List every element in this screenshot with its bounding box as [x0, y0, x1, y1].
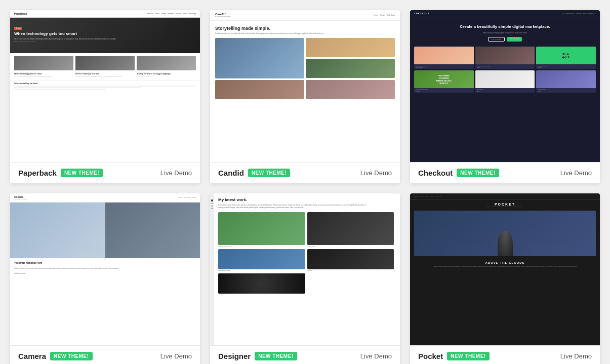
ck-nav: CHECKOUT ≡ 0 TEMPLATES ▼ PRICING BLOG CO…: [410, 10, 600, 17]
candid-footer: Candid NEW THEME! Live Demo: [210, 162, 400, 183]
cam-logo-sub: A theme for photography: [14, 198, 28, 200]
ck-product-img-5: [475, 70, 535, 88]
ck-product-img-6: [536, 70, 596, 88]
pb-hero-sub: We've been warned by Stephen Hawking and…: [14, 38, 196, 40]
camera-name: Camera: [18, 352, 46, 360]
ck-product-1: iOS Crash Course DEVELOPMENT: [414, 47, 474, 69]
ck-products: iOS Crash Course DEVELOPMENT The Astrona…: [410, 47, 600, 97]
pb-article-img-1: [14, 56, 73, 70]
pk-nav: HOME ABOUT STYLE GUIDE CONTACT: [410, 193, 600, 199]
pb-article-img-3: [137, 56, 196, 70]
ck-hero-sub: With Checkout and Easy Digital Downloads…: [414, 32, 596, 34]
cd-img-1: [215, 38, 304, 78]
checkout-live-demo[interactable]: Live Demo: [560, 169, 592, 177]
cam-article-title: Yosemite National Park: [14, 261, 196, 264]
pocket-live-demo[interactable]: Live Demo: [560, 352, 592, 360]
pb-article-img-2: [75, 56, 135, 70]
ds-work-img-5: [218, 273, 305, 294]
ds-desc: Promote your latest design work, sketche…: [218, 204, 368, 209]
cam-article: Yosemite National Park By September 21, …: [10, 258, 200, 277]
camera-footer: Camera NEW THEME! Live Demo: [10, 345, 200, 364]
pk-logo: POCKET: [413, 203, 597, 206]
ds-work-5: Vinyl Record: [218, 273, 305, 296]
ds-work-4: Cameras: [307, 249, 394, 271]
theme-card-paperback: Paperback Featured Politics Design Spotl…: [10, 10, 200, 183]
cam-category-value: Travel, Photography: [14, 273, 25, 274]
ds-works: Friday Highlight: 5th June Keep SA Real …: [218, 212, 394, 296]
ck-btn-products[interactable]: View All Products: [488, 37, 505, 42]
cam-hero-img-1: [10, 203, 105, 258]
ck-product-img-4: SOFTWAREFOUNDERMARKETPLACEBUNDLE: [414, 70, 474, 88]
pb-article-1: Design · Featured · Technology When tech…: [14, 56, 73, 77]
ds-main: My latest work. Promote your latest desi…: [210, 193, 400, 300]
checkout-name: Checkout: [418, 169, 453, 177]
pb-article-3: Science · Technology Starting on what is…: [137, 56, 196, 77]
ck-hero-title: Create a beautifully simple digital mark…: [414, 24, 596, 29]
pk-hero-person: [498, 231, 513, 256]
pocket-badge: NEW THEME!: [447, 352, 489, 360]
ck-product-img-2: [475, 47, 535, 64]
pb-hero: Design When technology gets too smart We…: [10, 18, 200, 53]
theme-card-designer: My latest work. Promote your latest desi…: [210, 193, 400, 364]
designer-name: Designer: [218, 352, 251, 360]
cd-logo-sub: A theme for storytelling: [215, 16, 231, 18]
paperback-footer: Paperback NEW THEME! Live Demo: [10, 162, 200, 183]
cd-img-3: [306, 59, 395, 78]
ck-nav-links: ≡ 0 TEMPLATES ▼ PRICING BLOG CONTACT ▼: [562, 13, 596, 14]
ck-product-4: SOFTWAREFOUNDERMARKETPLACEBUNDLE Marketp…: [414, 70, 474, 93]
candid-live-demo[interactable]: Live Demo: [360, 169, 392, 177]
pb-nav: Paperback Featured Politics Design Spotl…: [10, 10, 200, 18]
cd-hero-desc: Candid empowers you to quickly and easil…: [215, 32, 359, 35]
cam-nav: Camera A theme for photography Home Styl…: [10, 193, 200, 203]
cd-grid: [210, 38, 400, 103]
paperback-badge: NEW THEME!: [61, 169, 103, 177]
pk-article-title: ABOVE THE CLOUDS: [414, 261, 596, 264]
pb-article-2: Featured · Politics · Spotlight Bernie i…: [75, 56, 135, 77]
pk-hero-img: [414, 211, 596, 256]
ds-work-img-4: [307, 249, 394, 269]
ds-work-3: Designing With Green: [218, 249, 305, 271]
ck-product-img-1: [414, 47, 474, 64]
cam-hero: [10, 203, 200, 258]
cam-nav-links: Home Style Guide Contact: [179, 197, 196, 198]
theme-card-camera: Camera A theme for photography Home Styl…: [10, 193, 200, 364]
ck-btn-theme[interactable]: See Our Pricing: [507, 37, 522, 42]
camera-preview: Camera A theme for photography Home Styl…: [10, 193, 200, 345]
pocket-footer: Pocket NEW THEME! Live Demo: [410, 345, 600, 364]
theme-card-candid: Candid A theme for storytelling Home Con…: [210, 10, 400, 183]
camera-live-demo[interactable]: Live Demo: [160, 352, 192, 360]
candid-name: Candid: [218, 169, 244, 177]
ck-product-img-3: ■□▲◆◇▼: [536, 47, 596, 64]
ck-product-3: ■□▲◆◇▼ Startup Icon Font DESIGN: [536, 47, 596, 69]
paperback-live-demo[interactable]: Live Demo: [160, 169, 192, 177]
ck-product-2: The Astronauts Album MUSIC: [475, 47, 535, 69]
paperback-preview: Paperback Featured Politics Design Spotl…: [10, 10, 200, 162]
cd-hero: Storytelling made simple. Candid empower…: [210, 21, 400, 38]
cd-hero-title: Storytelling made simple.: [215, 26, 395, 31]
checkout-preview: CHECKOUT ≡ 0 TEMPLATES ▼ PRICING BLOG CO…: [410, 10, 600, 162]
designer-footer: Designer NEW THEME! Live Demo: [210, 345, 400, 364]
cd-img-5: [306, 80, 395, 99]
themes-grid: Paperback Featured Politics Design Spotl…: [10, 10, 600, 364]
camera-badge: NEW THEME!: [50, 352, 92, 360]
cam-hero-img-2: [105, 203, 200, 258]
ds-work-img-1: [218, 212, 305, 245]
designer-live-demo[interactable]: Live Demo: [360, 352, 392, 360]
cd-nav-links: Home Contact Style Guide: [374, 14, 395, 16]
ds-work-img-3: [218, 249, 305, 269]
pk-article: ABOVE THE CLOUDS Fremont Peak is a summi…: [410, 259, 600, 270]
ck-btn-row: View All Products See Our Pricing: [414, 37, 596, 42]
pb-nav-links: Featured Politics Design Spotlights Scie…: [147, 13, 196, 15]
paperback-name: Paperback: [18, 169, 57, 177]
pb-articles: Design · Featured · Technology When tech…: [10, 53, 200, 80]
designer-preview: My latest work. Promote your latest desi…: [210, 193, 400, 345]
pocket-name: Pocket: [418, 352, 443, 360]
cam-category-label: Category Travel, Photography: [14, 271, 196, 274]
cam-article-meta: By September 21, 2016: [14, 265, 196, 267]
pk-logo-area: POCKET BEAUTIFULLY SIMPLE AS CLOSING: [410, 199, 600, 211]
pk-nav-links-left: HOME ABOUT STYLE GUIDE CONTACT: [414, 195, 441, 197]
ck-logo: CHECKOUT: [414, 12, 430, 15]
pk-article-body: Fremont Peak is a summit in the Gabilan …: [414, 266, 596, 268]
theme-card-checkout: CHECKOUT ≡ 0 TEMPLATES ▼ PRICING BLOG CO…: [410, 10, 600, 183]
ds-work-1: Friday Highlight: 5th June: [218, 212, 305, 247]
